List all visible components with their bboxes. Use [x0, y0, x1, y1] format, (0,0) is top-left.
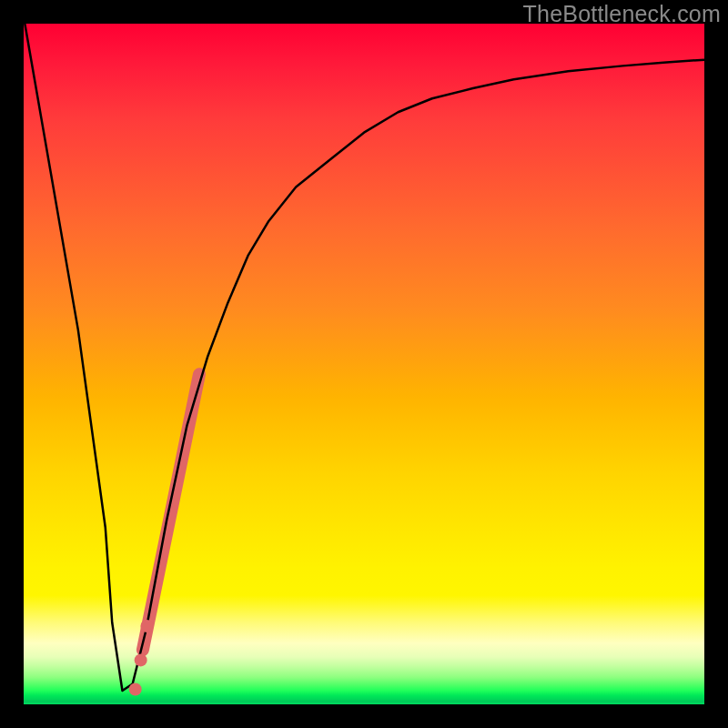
bottleneck-curve-path: [24, 17, 704, 692]
highlight-dot: [135, 653, 147, 666]
watermark-text: TheBottleneck.com: [523, 1, 721, 27]
chart-frame: TheBottleneck.com: [0, 0, 728, 728]
chart-svg: [24, 24, 704, 704]
highlight-dot: [140, 620, 153, 632]
plot-area: [24, 24, 704, 704]
highlight-dot: [129, 683, 142, 696]
curve-layer: [24, 17, 704, 692]
